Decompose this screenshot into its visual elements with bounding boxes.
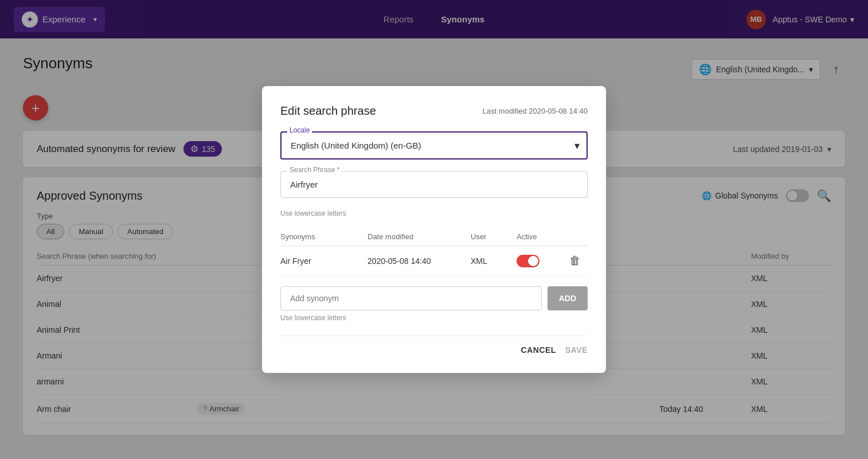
search-phrase-hint: Use lowercase letters: [280, 209, 588, 217]
add-synonym-button[interactable]: ADD: [548, 286, 588, 310]
toggle-active-knob: [528, 256, 538, 266]
modal-title-row: Edit search phrase Last modified 2020-05…: [280, 104, 588, 118]
delete-synonym-button[interactable]: 🗑: [562, 254, 588, 267]
locale-field-container: Locale English (United Kingdom) (en-GB) …: [280, 131, 588, 160]
add-synonym-input[interactable]: [280, 286, 542, 310]
locale-select[interactable]: English (United Kingdom) (en-GB): [280, 131, 588, 160]
add-synonym-hint: Use lowercase letters: [280, 314, 588, 322]
modal-overlay: Edit search phrase Last modified 2020-05…: [0, 0, 868, 459]
syn-col-user: User: [471, 232, 517, 241]
syn-col-date: Date modified: [367, 232, 471, 241]
search-phrase-field-container: Search Phrase *: [280, 171, 588, 198]
cancel-button[interactable]: CANCEL: [521, 345, 556, 355]
edit-search-phrase-modal: Edit search phrase Last modified 2020-05…: [262, 86, 606, 373]
syn-col-active: Active: [517, 232, 562, 241]
synonyms-table-header: Synonyms Date modified User Active: [280, 228, 588, 246]
synonym-date-modified: 2020-05-08 14:40: [367, 256, 471, 266]
synonym-active-toggle[interactable]: [517, 255, 539, 267]
save-button[interactable]: SAVE: [565, 345, 588, 355]
add-synonym-section: ADD Use lowercase letters: [280, 286, 588, 322]
synonym-name: Air Fryer: [280, 256, 367, 266]
modal-actions: CANCEL SAVE: [280, 336, 588, 355]
modal-last-modified: Last modified 2020-05-08 14:40: [482, 107, 588, 115]
search-phrase-field-label: Search Phrase *: [287, 166, 342, 174]
search-phrase-input[interactable]: [280, 171, 588, 198]
synonym-user: XML: [471, 256, 517, 266]
synonyms-table: Synonyms Date modified User Active Air F…: [280, 228, 588, 276]
locale-field-label: Locale: [287, 126, 312, 134]
modal-title: Edit search phrase: [280, 104, 376, 118]
syn-col-synonyms: Synonyms: [280, 232, 367, 241]
synonym-row: Air Fryer 2020-05-08 14:40 XML 🗑: [280, 246, 588, 276]
add-synonym-row: ADD: [280, 286, 588, 310]
